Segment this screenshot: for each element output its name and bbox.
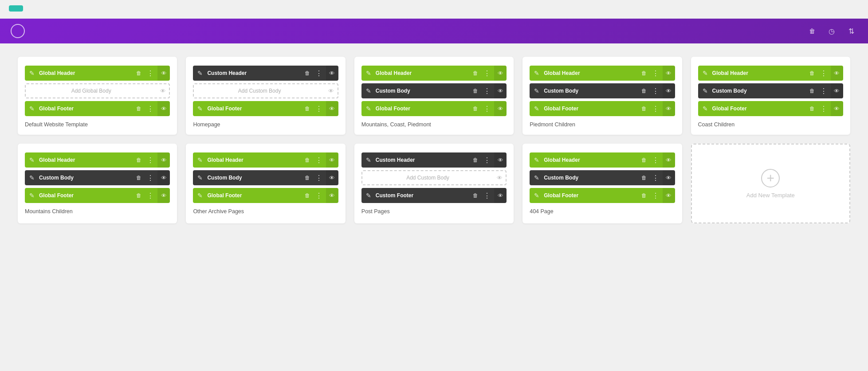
trash-icon[interactable]: 🗑 xyxy=(470,68,481,78)
trash-icon[interactable]: 🗑 xyxy=(807,68,817,78)
eye-icon[interactable]: 👁 xyxy=(494,188,507,203)
edit-icon[interactable]: ✎ xyxy=(530,101,544,116)
edit-icon[interactable]: ✎ xyxy=(361,101,376,116)
edit-icon[interactable]: ✎ xyxy=(530,152,544,168)
trash-icon[interactable]: 🗑 xyxy=(134,190,144,201)
more-options-icon[interactable]: ⋮ xyxy=(482,86,492,96)
trash-icon[interactable]: 🗑 xyxy=(639,155,649,165)
trash-icon[interactable] xyxy=(806,25,818,37)
trash-icon[interactable]: 🗑 xyxy=(639,172,649,183)
trash-icon[interactable]: 🗑 xyxy=(639,190,649,201)
more-options-icon[interactable]: ⋮ xyxy=(818,86,829,96)
more-options-icon[interactable]: ⋮ xyxy=(650,172,661,183)
template-row-empty[interactable]: Add Global Body👁 xyxy=(25,83,170,98)
more-options-icon[interactable]: ⋮ xyxy=(145,172,156,183)
eye-icon[interactable]: 👁 xyxy=(326,101,338,116)
trash-icon[interactable]: 🗑 xyxy=(639,103,649,114)
eye-icon[interactable]: 👁 xyxy=(663,170,675,185)
trash-icon[interactable]: 🗑 xyxy=(302,190,313,201)
edit-icon[interactable]: ✎ xyxy=(698,101,712,116)
trash-icon[interactable]: 🗑 xyxy=(470,103,481,114)
add-new-template-card[interactable]: +Add New Template xyxy=(691,144,850,223)
more-options-icon[interactable]: ⋮ xyxy=(818,68,829,78)
eye-icon[interactable]: 👁 xyxy=(326,66,338,81)
trash-icon[interactable]: 🗑 xyxy=(134,103,144,114)
edit-icon[interactable]: ✎ xyxy=(361,83,376,98)
more-options-icon[interactable]: ⋮ xyxy=(314,190,324,201)
eye-icon[interactable]: 👁 xyxy=(157,188,170,203)
history-icon[interactable] xyxy=(825,25,838,37)
trash-icon[interactable]: 🗑 xyxy=(470,155,481,165)
trash-icon[interactable]: 🗑 xyxy=(470,86,481,96)
trash-icon[interactable]: 🗑 xyxy=(302,172,313,183)
edit-icon[interactable]: ✎ xyxy=(698,83,712,98)
eye-icon[interactable]: 👁 xyxy=(157,152,170,168)
edit-icon[interactable]: ✎ xyxy=(193,170,207,185)
template-row-empty[interactable]: Add Custom Body👁 xyxy=(193,83,338,98)
edit-icon[interactable]: ✎ xyxy=(25,66,39,81)
edit-icon[interactable]: ✎ xyxy=(530,188,544,203)
eye-icon[interactable]: 👁 xyxy=(831,101,843,116)
trash-icon[interactable]: 🗑 xyxy=(302,103,313,114)
eye-icon[interactable]: 👁 xyxy=(157,101,170,116)
more-options-icon[interactable]: ⋮ xyxy=(650,103,661,114)
trash-icon[interactable]: 🗑 xyxy=(807,86,817,96)
edit-icon[interactable]: ✎ xyxy=(25,188,39,203)
eye-icon[interactable]: 👁 xyxy=(325,83,338,98)
trash-icon[interactable]: 🗑 xyxy=(134,172,144,183)
more-options-icon[interactable]: ⋮ xyxy=(482,68,492,78)
more-options-icon[interactable]: ⋮ xyxy=(145,155,156,165)
trash-icon[interactable]: 🗑 xyxy=(807,103,817,114)
eye-icon[interactable]: 👁 xyxy=(663,188,675,203)
trash-icon[interactable]: 🗑 xyxy=(302,68,313,78)
more-options-icon[interactable]: ⋮ xyxy=(650,190,661,201)
edit-icon[interactable]: ✎ xyxy=(361,66,376,81)
edit-icon[interactable]: ✎ xyxy=(361,152,376,168)
edit-icon[interactable]: ✎ xyxy=(193,188,207,203)
edit-icon[interactable]: ✎ xyxy=(25,101,39,116)
more-options-icon[interactable]: ⋮ xyxy=(818,103,829,114)
more-options-icon[interactable]: ⋮ xyxy=(314,68,324,78)
eye-icon[interactable]: 👁 xyxy=(663,101,675,116)
more-options-icon[interactable]: ⋮ xyxy=(314,172,324,183)
more-options-icon[interactable]: ⋮ xyxy=(145,68,156,78)
more-options-icon[interactable]: ⋮ xyxy=(650,86,661,96)
trash-icon[interactable]: 🗑 xyxy=(302,155,313,165)
edit-icon[interactable]: ✎ xyxy=(25,152,39,168)
more-options-icon[interactable]: ⋮ xyxy=(314,103,324,114)
more-options-icon[interactable]: ⋮ xyxy=(650,68,661,78)
edit-icon[interactable]: ✎ xyxy=(193,152,207,168)
eye-icon[interactable]: 👁 xyxy=(494,83,507,98)
more-options-icon[interactable]: ⋮ xyxy=(145,103,156,114)
eye-icon[interactable]: 👁 xyxy=(157,170,170,185)
eye-icon[interactable]: 👁 xyxy=(663,152,675,168)
eye-icon[interactable]: 👁 xyxy=(831,83,843,98)
more-options-icon[interactable]: ⋮ xyxy=(145,190,156,201)
settings-icon[interactable] xyxy=(845,25,857,37)
trash-icon[interactable]: 🗑 xyxy=(639,68,649,78)
eye-icon[interactable]: 👁 xyxy=(494,101,507,116)
more-options-icon[interactable]: ⋮ xyxy=(482,190,492,201)
eye-icon[interactable]: 👁 xyxy=(494,66,507,81)
eye-icon[interactable]: 👁 xyxy=(831,66,843,81)
eye-icon[interactable]: 👁 xyxy=(326,188,338,203)
eye-icon[interactable]: 👁 xyxy=(326,170,338,185)
more-options-icon[interactable]: ⋮ xyxy=(314,155,324,165)
eye-icon[interactable]: 👁 xyxy=(326,152,338,168)
edit-icon[interactable]: ✎ xyxy=(193,66,207,81)
eye-icon[interactable]: 👁 xyxy=(157,66,170,81)
trash-icon[interactable]: 🗑 xyxy=(134,68,144,78)
trash-icon[interactable]: 🗑 xyxy=(470,190,481,201)
eye-icon[interactable]: 👁 xyxy=(494,152,507,168)
eye-icon[interactable]: 👁 xyxy=(663,83,675,98)
edit-icon[interactable]: ✎ xyxy=(530,170,544,185)
edit-icon[interactable]: ✎ xyxy=(361,188,376,203)
edit-icon[interactable]: ✎ xyxy=(530,83,544,98)
more-options-icon[interactable]: ⋮ xyxy=(650,155,661,165)
eye-icon[interactable]: 👁 xyxy=(663,66,675,81)
edit-icon[interactable]: ✎ xyxy=(25,170,39,185)
edit-icon[interactable]: ✎ xyxy=(193,101,207,116)
eye-icon[interactable]: 👁 xyxy=(493,170,506,185)
trash-icon[interactable]: 🗑 xyxy=(639,86,649,96)
trash-icon[interactable]: 🗑 xyxy=(134,155,144,165)
